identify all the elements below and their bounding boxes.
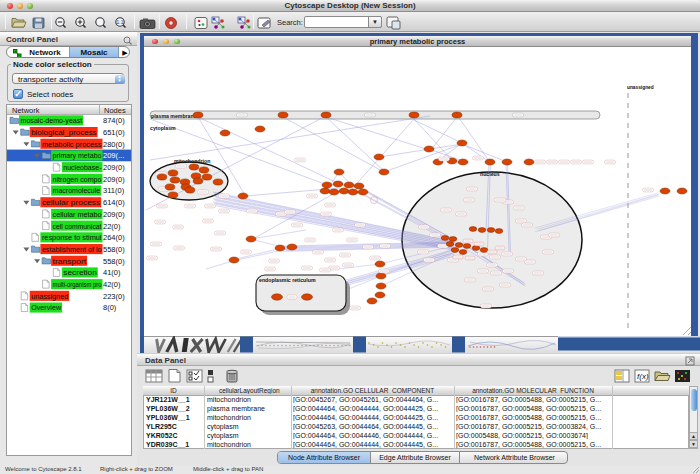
svg-text:280(0): 280(0) xyxy=(103,140,125,149)
svg-text:establishment of lo: establishment of lo xyxy=(42,245,102,254)
svg-text:plasma membrane: plasma membrane xyxy=(151,113,197,119)
svg-text:transport: transport xyxy=(53,257,88,266)
svg-text:614(0): 614(0) xyxy=(103,198,125,207)
svg-text:8(0): 8(0) xyxy=(103,303,117,312)
svg-text:223(0): 223(0) xyxy=(103,292,125,301)
svg-text:41(0): 41(0) xyxy=(103,268,121,277)
svg-text:1:1: 1:1 xyxy=(117,19,124,25)
svg-text:651(0): 651(0) xyxy=(103,128,125,137)
svg-text:209(0): 209(0) xyxy=(103,163,125,172)
svg-text:nucleobase-: nucleobase- xyxy=(63,163,102,172)
svg-text:mosaic-demo-yeast: mosaic-demo-yeast xyxy=(21,116,84,125)
svg-text:mitochondrion: mitochondrion xyxy=(174,158,210,164)
svg-text:264(0): 264(0) xyxy=(103,233,125,242)
svg-text:209(0): 209(0) xyxy=(103,210,125,219)
svg-text:f​(x): f​(x) xyxy=(637,372,649,381)
svg-text:biological_process: biological_process xyxy=(31,128,97,137)
svg-text:metabolic process: metabolic process xyxy=(42,140,102,149)
svg-text:primary metabo: primary metabo xyxy=(53,151,102,160)
svg-text:22(0): 22(0) xyxy=(103,222,121,231)
svg-text:nucleus: nucleus xyxy=(480,171,500,177)
svg-text:cellular metabo: cellular metabo xyxy=(53,210,102,219)
svg-text:cell communicat: cell communicat xyxy=(53,222,103,231)
svg-text:Overview: Overview xyxy=(31,303,61,312)
svg-text:cytoplasm: cytoplasm xyxy=(150,125,176,131)
svg-text:unassigned: unassigned xyxy=(627,85,654,90)
svg-text:209(...: 209(... xyxy=(103,151,124,160)
svg-text:558(0): 558(0) xyxy=(103,257,125,266)
svg-text:secretion: secretion xyxy=(63,268,97,277)
svg-text:42(0): 42(0) xyxy=(103,280,121,289)
svg-text:311(0): 311(0) xyxy=(103,186,125,195)
svg-text:209(0): 209(0) xyxy=(103,175,125,184)
svg-text:cellular process: cellular process xyxy=(42,198,101,207)
svg-text:unassigned: unassigned xyxy=(31,292,68,301)
svg-text:endoplasmic reticulum: endoplasmic reticulum xyxy=(259,277,316,283)
svg-text:multi-organism pro: multi-organism pro xyxy=(53,280,102,289)
svg-text:558(0): 558(0) xyxy=(103,245,125,254)
svg-text:nitrogen compo: nitrogen compo xyxy=(53,175,102,184)
svg-text:response to stimul: response to stimul xyxy=(42,233,102,242)
svg-text:874(0): 874(0) xyxy=(103,116,125,125)
svg-text:macromolecule: macromolecule xyxy=(53,186,101,195)
